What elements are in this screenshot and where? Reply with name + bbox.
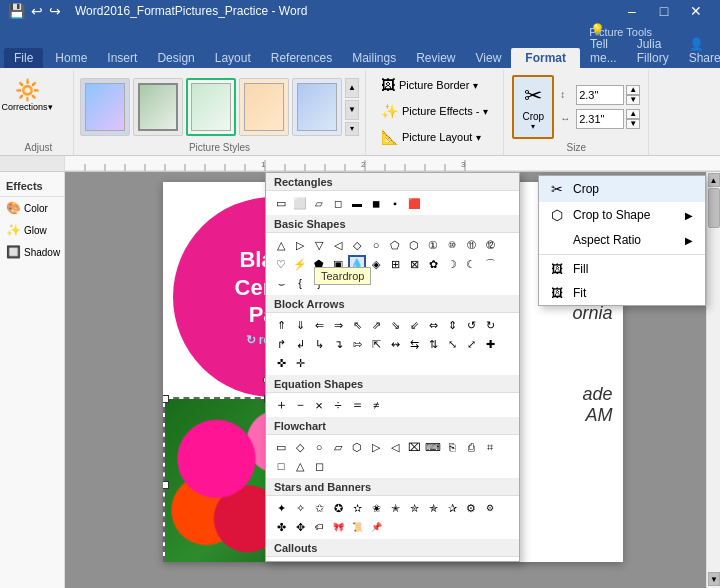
callout-1[interactable]: 💬: [272, 560, 290, 562]
arrow-4[interactable]: ⇒: [329, 316, 347, 334]
width-stepper[interactable]: ▲ ▼: [626, 109, 640, 129]
star-5[interactable]: ✫: [348, 499, 366, 517]
gear-2[interactable]: ⚙: [481, 499, 499, 517]
styles-scroll-arrows[interactable]: ▲ ▼ ▾: [345, 78, 359, 136]
arrow-14[interactable]: ↲: [291, 335, 309, 353]
shape-basic-23[interactable]: ☾: [462, 255, 480, 273]
shape-rect-4[interactable]: ◻: [329, 194, 347, 212]
arrow-18[interactable]: ⇱: [367, 335, 385, 353]
shape-basic-24[interactable]: ⌒: [481, 255, 499, 273]
effects-item-2[interactable]: ✨Glow: [0, 219, 64, 241]
tab-review[interactable]: Review: [406, 48, 465, 68]
tab-file[interactable]: File: [4, 48, 43, 68]
arrow-1[interactable]: ⇑: [272, 316, 290, 334]
picture-layout-button[interactable]: 📐 Picture Layout ▾: [374, 126, 495, 148]
crop-menu-item[interactable]: ✂ Crop: [539, 176, 705, 202]
banner-2[interactable]: 🎀: [329, 518, 347, 536]
eq-4[interactable]: ÷: [329, 396, 347, 414]
arrow-2[interactable]: ⇓: [291, 316, 309, 334]
banner-1[interactable]: 🏷: [310, 518, 328, 536]
aspect-ratio-menu-item[interactable]: Aspect Ratio ▶: [539, 228, 705, 252]
fill-menu-item[interactable]: 🖼 Fill: [539, 257, 705, 281]
star-7[interactable]: ✭: [386, 499, 404, 517]
arrow-17[interactable]: ⇰: [348, 335, 366, 353]
arrow-16[interactable]: ↴: [329, 335, 347, 353]
banner-4[interactable]: 📌: [367, 518, 385, 536]
tell-me-input[interactable]: 💡 Tell me...: [580, 20, 627, 68]
arrow-6[interactable]: ⇗: [367, 316, 385, 334]
flow-4[interactable]: ▱: [329, 438, 347, 456]
flow-15[interactable]: ◻: [310, 457, 328, 475]
shape-basic-7[interactable]: ⬠: [386, 236, 404, 254]
shape-basic-9[interactable]: ①: [424, 236, 442, 254]
eq-6[interactable]: ≠: [367, 396, 385, 414]
shape-basic-20[interactable]: ⊠: [405, 255, 423, 273]
shape-basic-10[interactable]: ⑩: [443, 236, 461, 254]
tab-layout[interactable]: Layout: [205, 48, 261, 68]
style-thumb-1[interactable]: [80, 78, 130, 136]
share-button[interactable]: 👤 Share: [679, 34, 720, 68]
arrow-21[interactable]: ⇅: [424, 335, 442, 353]
shape-basic-12[interactable]: ⑫: [481, 236, 499, 254]
tab-design[interactable]: Design: [147, 48, 204, 68]
shape-basic-11[interactable]: ⑪: [462, 236, 480, 254]
banner-3[interactable]: 📜: [348, 518, 366, 536]
callout-8[interactable]: 🗯: [405, 560, 423, 562]
star-6[interactable]: ✬: [367, 499, 385, 517]
shape-basic-25[interactable]: ⌣: [272, 274, 290, 292]
flow-5[interactable]: ⬡: [348, 438, 366, 456]
star-2[interactable]: ✧: [291, 499, 309, 517]
maximize-button[interactable]: □: [648, 0, 680, 22]
style-thumb-3[interactable]: [186, 78, 236, 136]
tab-home[interactable]: Home: [45, 48, 97, 68]
shape-basic-2[interactable]: ▷: [291, 236, 309, 254]
arrow-7[interactable]: ⇘: [386, 316, 404, 334]
shape-basic-5[interactable]: ◇: [348, 236, 366, 254]
flow-7[interactable]: ◁: [386, 438, 404, 456]
callout-6[interactable]: 🗬: [367, 560, 385, 562]
arrow-20[interactable]: ⇆: [405, 335, 423, 353]
arrow-25[interactable]: ✜: [272, 354, 290, 372]
quick-access-redo[interactable]: ↪: [49, 3, 61, 19]
tab-mailings[interactable]: Mailings: [342, 48, 406, 68]
shape-rect-8[interactable]: 🟥: [405, 194, 423, 212]
gear-1[interactable]: ⚙: [462, 499, 480, 517]
shape-rect-2[interactable]: ⬜: [291, 194, 309, 212]
arrow-10[interactable]: ⇕: [443, 316, 461, 334]
tab-view[interactable]: View: [466, 48, 512, 68]
arrow-22[interactable]: ⤡: [443, 335, 461, 353]
arrow-5[interactable]: ⇖: [348, 316, 366, 334]
shape-basic-3[interactable]: ▽: [310, 236, 328, 254]
shape-rect-7[interactable]: ▪: [386, 194, 404, 212]
shape-rect-5[interactable]: ▬: [348, 194, 366, 212]
shape-basic-8[interactable]: ⬡: [405, 236, 423, 254]
fit-menu-item[interactable]: 🖼 Fit: [539, 281, 705, 305]
quick-access-undo[interactable]: ↩: [31, 3, 43, 19]
tab-format[interactable]: Format: [511, 48, 580, 68]
star-3[interactable]: ✩: [310, 499, 328, 517]
callout-2[interactable]: 💭: [291, 560, 309, 562]
style-thumb-4[interactable]: [239, 78, 289, 136]
eq-5[interactable]: ＝: [348, 396, 366, 414]
picture-effects-button[interactable]: ✨ Picture Effects - ▾: [374, 100, 495, 122]
arrow-26[interactable]: ✛: [291, 354, 309, 372]
handle-tl[interactable]: [163, 395, 169, 403]
flow-9[interactable]: ⌨: [424, 438, 442, 456]
width-input[interactable]: [576, 109, 624, 129]
star-10[interactable]: ✰: [443, 499, 461, 517]
star-4[interactable]: ✪: [329, 499, 347, 517]
shape-basic-19[interactable]: ⊞: [386, 255, 404, 273]
callout-4[interactable]: 🗩: [329, 560, 347, 562]
scroll-thumb[interactable]: [708, 188, 720, 228]
height-stepper-up[interactable]: ▲ ▼: [626, 85, 640, 105]
shape-basic-22[interactable]: ☽: [443, 255, 461, 273]
flow-3[interactable]: ○: [310, 438, 328, 456]
shape-basic-21[interactable]: ✿: [424, 255, 442, 273]
flow-13[interactable]: □: [272, 457, 290, 475]
flow-8[interactable]: ⌧: [405, 438, 423, 456]
eq-1[interactable]: ＋: [272, 396, 290, 414]
arrow-24[interactable]: ✚: [481, 335, 499, 353]
callout-3[interactable]: 🗨: [310, 560, 328, 562]
star-8[interactable]: ✮: [405, 499, 423, 517]
shape-basic-26[interactable]: {: [291, 274, 309, 292]
